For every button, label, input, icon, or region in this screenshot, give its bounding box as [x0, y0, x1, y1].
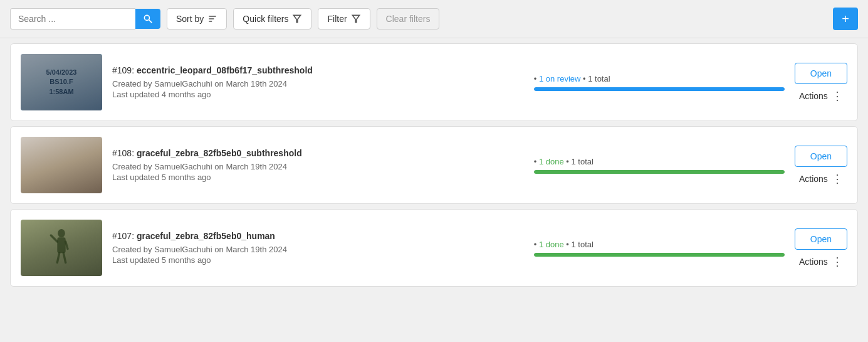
card-actions-109: Open Actions ⋮ [795, 63, 847, 102]
creator-109: SamuelGachuhi [154, 79, 212, 88]
progress-bar-bg-109 [534, 87, 785, 91]
card-info-109: #109: eccentric_leopard_08fb6f17_subthre… [112, 65, 524, 99]
actions-label-107: Actions [799, 257, 828, 267]
table-row: 5/04/2023BS10.F1:58AM #109: eccentric_le… [10, 43, 858, 121]
sort-by-button[interactable]: Sort by [167, 8, 227, 29]
progress-bar-fill-108 [534, 170, 785, 174]
actions-row-107: Actions ⋮ [799, 256, 843, 267]
search-button[interactable] [135, 9, 160, 29]
svg-line-10 [66, 242, 68, 249]
status-done-108: 1 done [539, 157, 564, 166]
updated-ago-107: 5 months ago [162, 255, 211, 265]
task-name-109: eccentric_leopard_08fb6f17_subthreshold [137, 65, 313, 75]
progress-bar-bg-108 [534, 170, 785, 174]
open-button-108[interactable]: Open [795, 146, 847, 167]
card-updated-107: Last updated 5 months ago [112, 255, 524, 265]
toolbar: Sort by Quick filters Filter Clear filte… [0, 0, 868, 38]
open-button-109[interactable]: Open [795, 63, 847, 84]
table-row: #107: graceful_zebra_82fb5eb0_human Crea… [10, 209, 858, 287]
progress-bar-fill-107 [534, 253, 785, 257]
card-title-108: #108: graceful_zebra_82fb5eb0_subthresho… [112, 148, 524, 158]
actions-row-109: Actions ⋮ [799, 90, 843, 102]
creator-108: SamuelGachuhi [154, 162, 212, 171]
filter-button[interactable]: Filter [318, 8, 370, 29]
clear-filters-label: Clear filters [386, 14, 431, 24]
svg-line-12 [63, 253, 65, 262]
progress-label-109: • 1 on review • 1 total [534, 74, 785, 83]
svg-line-9 [51, 235, 57, 242]
card-title-109: #109: eccentric_leopard_08fb6f17_subthre… [112, 65, 524, 75]
open-button-107[interactable]: Open [795, 228, 847, 250]
created-date-107: March 19th 2024 [226, 245, 287, 254]
search-input[interactable] [10, 8, 135, 29]
svg-line-11 [57, 253, 59, 262]
filter-label: Filter [327, 14, 347, 24]
card-actions-107: Open Actions ⋮ [795, 228, 847, 267]
filter-icon [292, 14, 302, 24]
status-done-107: 1 done [539, 240, 564, 249]
status-total-107: 1 total [571, 240, 593, 249]
card-meta-107: Created by SamuelGachuhi on March 19th 2… [112, 245, 524, 254]
card-title-107: #107: graceful_zebra_82fb5eb0_human [112, 231, 524, 241]
add-icon: + [842, 12, 849, 26]
sort-by-label: Sort by [176, 14, 204, 24]
card-meta-109: Created by SamuelGachuhi on March 19th 2… [112, 79, 524, 88]
actions-label-109: Actions [799, 91, 828, 101]
card-updated-108: Last updated 5 months ago [112, 173, 524, 182]
quick-filters-button[interactable]: Quick filters [233, 8, 311, 29]
svg-point-7 [58, 229, 65, 237]
svg-point-0 [144, 15, 149, 20]
sort-icon [207, 14, 217, 24]
item-list: 5/04/2023BS10.F1:58AM #109: eccentric_le… [0, 38, 868, 292]
svg-line-1 [149, 20, 152, 23]
svg-marker-6 [352, 15, 359, 22]
quick-filters-label: Quick filters [243, 14, 288, 24]
progress-label-107: • 1 done • 1 total [534, 240, 785, 249]
card-actions-108: Open Actions ⋮ [795, 146, 847, 184]
progress-bar-fill-109 [534, 87, 785, 91]
actions-row-108: Actions ⋮ [799, 173, 843, 184]
thumbnail-109: 5/04/2023BS10.F1:58AM [21, 54, 102, 110]
table-row: #108: graceful_zebra_82fb5eb0_subthresho… [10, 126, 858, 204]
created-date-109: March 19th 2024 [226, 79, 287, 88]
add-button[interactable]: + [833, 8, 858, 30]
card-updated-109: Last updated 4 months ago [112, 90, 524, 99]
search-container [10, 8, 160, 29]
actions-menu-109[interactable]: ⋮ [832, 90, 843, 102]
task-id-109: #109: [112, 65, 137, 75]
thumbnail-107 [21, 220, 102, 276]
task-id-107: #107: [112, 231, 137, 241]
search-icon [143, 14, 153, 24]
card-progress-107: • 1 done • 1 total [534, 240, 785, 257]
actions-label-108: Actions [799, 174, 828, 184]
svg-rect-8 [57, 237, 65, 253]
card-progress-109: • 1 on review • 1 total [534, 74, 785, 91]
thumbnail-108 [21, 137, 102, 193]
task-name-107: graceful_zebra_82fb5eb0_human [137, 231, 275, 241]
status-total-109: 1 total [588, 74, 610, 83]
progress-bar-bg-107 [534, 253, 785, 257]
card-info-108: #108: graceful_zebra_82fb5eb0_subthresho… [112, 148, 524, 182]
filter2-icon [351, 14, 361, 24]
card-info-107: #107: graceful_zebra_82fb5eb0_human Crea… [112, 231, 524, 265]
svg-marker-5 [294, 15, 301, 22]
status-on-review-109: 1 on review [539, 74, 580, 83]
clear-filters-button[interactable]: Clear filters [377, 8, 440, 29]
created-date-108: March 19th 2024 [226, 162, 287, 171]
card-progress-108: • 1 done • 1 total [534, 157, 785, 174]
updated-ago-109: 4 months ago [162, 90, 211, 99]
updated-ago-108: 5 months ago [162, 173, 211, 182]
person-silhouette [46, 226, 77, 270]
progress-label-108: • 1 done • 1 total [534, 157, 785, 166]
actions-menu-108[interactable]: ⋮ [832, 173, 843, 184]
task-name-108: graceful_zebra_82fb5eb0_subthreshold [137, 148, 302, 158]
actions-menu-107[interactable]: ⋮ [832, 256, 843, 267]
card-meta-108: Created by SamuelGachuhi on March 19th 2… [112, 162, 524, 171]
creator-107: SamuelGachuhi [154, 245, 212, 254]
status-total-108: 1 total [571, 157, 593, 166]
task-id-108: #108: [112, 148, 137, 158]
